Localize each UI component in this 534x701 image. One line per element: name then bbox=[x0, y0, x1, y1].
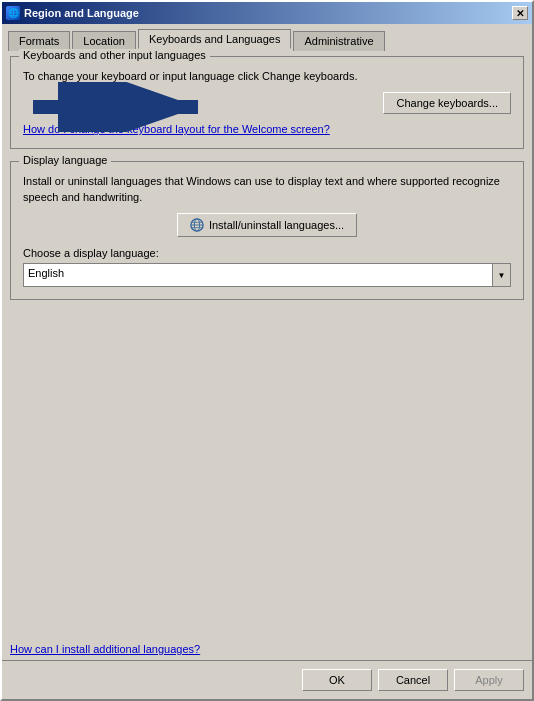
tab-administrative[interactable]: Administrative bbox=[293, 31, 384, 51]
language-dropdown-wrapper[interactable]: English ▼ bbox=[23, 263, 511, 287]
tab-keyboards[interactable]: Keyboards and Languages bbox=[138, 29, 292, 49]
close-button[interactable]: ✕ bbox=[512, 6, 528, 20]
change-keyboards-row: Change keyboards... bbox=[23, 92, 511, 114]
window-icon: 🌐 bbox=[6, 6, 20, 20]
arrow-container bbox=[23, 82, 223, 132]
install-languages-link[interactable]: How can I install additional languages? bbox=[10, 643, 200, 655]
keyboards-group-content: To change your keyboard or input languag… bbox=[23, 69, 511, 136]
content-area: Keyboards and other input languages To c… bbox=[2, 48, 532, 642]
display-language-title: Display language bbox=[19, 154, 111, 166]
title-bar-left: 🌐 Region and Language bbox=[6, 6, 139, 20]
region-language-dialog: 🌐 Region and Language ✕ Formats Location… bbox=[0, 0, 534, 701]
display-language-group: Display language Install or uninstall la… bbox=[10, 161, 524, 300]
choose-language-label: Choose a display language: bbox=[23, 247, 511, 259]
cancel-button[interactable]: Cancel bbox=[378, 669, 448, 691]
keyboards-group: Keyboards and other input languages To c… bbox=[10, 56, 524, 149]
language-dropdown-value[interactable]: English bbox=[24, 264, 492, 286]
install-languages-label: Install/uninstall languages... bbox=[209, 219, 344, 231]
keyboards-group-title: Keyboards and other input languages bbox=[19, 49, 210, 61]
tab-formats[interactable]: Formats bbox=[8, 31, 70, 51]
change-keyboards-button[interactable]: Change keyboards... bbox=[383, 92, 511, 114]
apply-button[interactable]: Apply bbox=[454, 669, 524, 691]
display-language-content: Install or uninstall languages that Wind… bbox=[23, 174, 511, 287]
tab-location[interactable]: Location bbox=[72, 31, 136, 51]
bottom-link-area: How can I install additional languages? bbox=[2, 642, 532, 660]
dropdown-arrow-icon[interactable]: ▼ bbox=[492, 264, 510, 286]
window-title: Region and Language bbox=[24, 7, 139, 19]
tabs-bar: Formats Location Keyboards and Languages… bbox=[2, 24, 532, 48]
footer: OK Cancel Apply bbox=[2, 660, 532, 699]
display-language-description: Install or uninstall languages that Wind… bbox=[23, 174, 511, 205]
install-row: Install/uninstall languages... bbox=[23, 213, 511, 237]
ok-button[interactable]: OK bbox=[302, 669, 372, 691]
title-bar: 🌐 Region and Language ✕ bbox=[2, 2, 532, 24]
install-languages-button[interactable]: Install/uninstall languages... bbox=[177, 213, 357, 237]
arrow-icon bbox=[23, 82, 223, 132]
globe-icon bbox=[190, 218, 204, 232]
